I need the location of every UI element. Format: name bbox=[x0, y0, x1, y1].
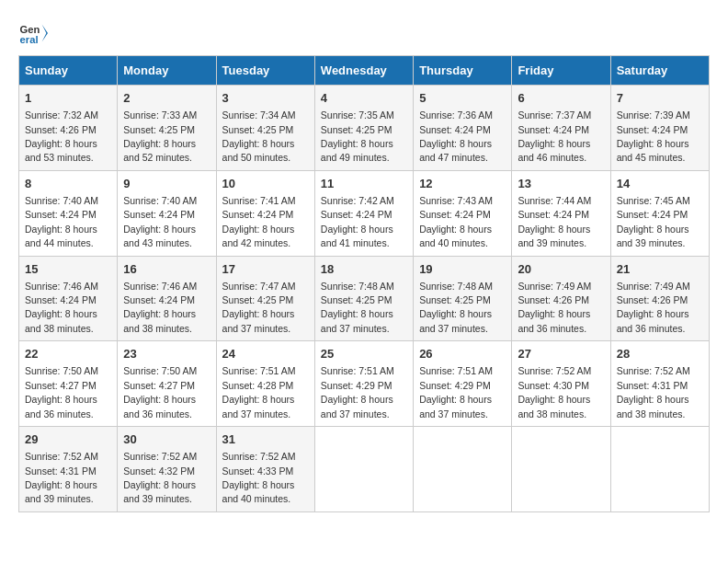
day-cell-21: 21 Sunrise: 7:49 AMSunset: 4:26 PMDaylig… bbox=[610, 256, 709, 341]
day-number: 11 bbox=[321, 176, 407, 192]
day-number: 16 bbox=[123, 261, 210, 278]
day-info: Sunrise: 7:50 AMSunset: 4:27 PMDaylight:… bbox=[123, 365, 197, 419]
day-info: Sunrise: 7:52 AMSunset: 4:32 PMDaylight:… bbox=[123, 451, 197, 504]
day-info: Sunrise: 7:49 AMSunset: 4:26 PMDaylight:… bbox=[617, 281, 690, 334]
col-header-friday: Friday bbox=[512, 56, 610, 86]
day-cell-6: 6 Sunrise: 7:37 AMSunset: 4:24 PMDayligh… bbox=[512, 86, 610, 171]
day-number: 21 bbox=[617, 261, 703, 278]
day-info: Sunrise: 7:49 AMSunset: 4:26 PMDaylight:… bbox=[518, 281, 591, 334]
day-number: 20 bbox=[518, 261, 604, 278]
day-number: 1 bbox=[25, 90, 111, 107]
empty-cell bbox=[314, 427, 413, 512]
day-cell-26: 26 Sunrise: 7:51 AMSunset: 4:29 PMDaylig… bbox=[414, 341, 512, 427]
col-header-sunday: Sunday bbox=[19, 56, 118, 86]
week-row-5: 29 Sunrise: 7:52 AMSunset: 4:31 PMDaylig… bbox=[19, 427, 710, 512]
day-cell-4: 4 Sunrise: 7:35 AMSunset: 4:25 PMDayligh… bbox=[314, 86, 413, 171]
day-cell-19: 19 Sunrise: 7:48 AMSunset: 4:25 PMDaylig… bbox=[414, 256, 512, 341]
day-cell-28: 28 Sunrise: 7:52 AMSunset: 4:31 PMDaylig… bbox=[610, 341, 709, 427]
day-number: 9 bbox=[123, 176, 210, 192]
empty-cell bbox=[610, 427, 709, 512]
day-number: 19 bbox=[419, 261, 506, 278]
day-number: 25 bbox=[321, 346, 407, 362]
day-number: 12 bbox=[419, 176, 506, 192]
day-number: 27 bbox=[518, 346, 604, 362]
day-number: 4 bbox=[321, 90, 407, 107]
day-cell-1: 1 Sunrise: 7:32 AMSunset: 4:26 PMDayligh… bbox=[19, 86, 118, 171]
svg-text:eral: eral bbox=[20, 34, 39, 45]
day-number: 15 bbox=[25, 261, 111, 278]
day-cell-14: 14 Sunrise: 7:45 AMSunset: 4:24 PMDaylig… bbox=[610, 170, 709, 256]
day-number: 10 bbox=[222, 176, 309, 192]
day-number: 2 bbox=[123, 90, 210, 107]
day-cell-22: 22 Sunrise: 7:50 AMSunset: 4:27 PMDaylig… bbox=[19, 341, 118, 427]
col-header-wednesday: Wednesday bbox=[314, 56, 413, 86]
svg-text:Gen: Gen bbox=[20, 24, 40, 35]
day-info: Sunrise: 7:32 AMSunset: 4:26 PMDaylight:… bbox=[25, 109, 98, 163]
day-cell-11: 11 Sunrise: 7:42 AMSunset: 4:24 PMDaylig… bbox=[314, 170, 413, 256]
header-row: SundayMondayTuesdayWednesdayThursdayFrid… bbox=[19, 56, 710, 86]
day-cell-30: 30 Sunrise: 7:52 AMSunset: 4:32 PMDaylig… bbox=[118, 427, 216, 512]
svg-marker-2 bbox=[42, 24, 48, 41]
day-cell-9: 9 Sunrise: 7:40 AMSunset: 4:24 PMDayligh… bbox=[118, 170, 216, 256]
calendar-table: SundayMondayTuesdayWednesdayThursdayFrid… bbox=[18, 55, 710, 512]
day-number: 30 bbox=[123, 431, 210, 448]
day-cell-3: 3 Sunrise: 7:34 AMSunset: 4:25 PMDayligh… bbox=[216, 86, 314, 171]
logo: Gen eral bbox=[18, 18, 53, 48]
day-number: 14 bbox=[617, 176, 703, 192]
day-number: 23 bbox=[123, 346, 210, 362]
week-row-2: 8 Sunrise: 7:40 AMSunset: 4:24 PMDayligh… bbox=[19, 170, 710, 256]
col-header-monday: Monday bbox=[118, 56, 216, 86]
week-row-4: 22 Sunrise: 7:50 AMSunset: 4:27 PMDaylig… bbox=[19, 341, 710, 427]
day-info: Sunrise: 7:51 AMSunset: 4:29 PMDaylight:… bbox=[419, 365, 493, 419]
day-info: Sunrise: 7:51 AMSunset: 4:29 PMDaylight:… bbox=[321, 365, 394, 419]
day-number: 8 bbox=[25, 176, 111, 192]
col-header-tuesday: Tuesday bbox=[216, 56, 314, 86]
day-info: Sunrise: 7:35 AMSunset: 4:25 PMDaylight:… bbox=[321, 109, 394, 163]
day-info: Sunrise: 7:42 AMSunset: 4:24 PMDaylight:… bbox=[321, 195, 394, 248]
day-cell-10: 10 Sunrise: 7:41 AMSunset: 4:24 PMDaylig… bbox=[216, 170, 314, 256]
day-number: 28 bbox=[617, 346, 703, 362]
day-number: 5 bbox=[419, 90, 506, 107]
day-info: Sunrise: 7:39 AMSunset: 4:24 PMDaylight:… bbox=[617, 109, 690, 163]
day-cell-12: 12 Sunrise: 7:43 AMSunset: 4:24 PMDaylig… bbox=[414, 170, 512, 256]
empty-cell bbox=[512, 427, 610, 512]
day-cell-18: 18 Sunrise: 7:48 AMSunset: 4:25 PMDaylig… bbox=[314, 256, 413, 341]
day-info: Sunrise: 7:52 AMSunset: 4:31 PMDaylight:… bbox=[25, 451, 98, 504]
day-number: 13 bbox=[518, 176, 604, 192]
day-info: Sunrise: 7:44 AMSunset: 4:24 PMDaylight:… bbox=[518, 195, 591, 248]
day-info: Sunrise: 7:40 AMSunset: 4:24 PMDaylight:… bbox=[123, 195, 197, 248]
day-cell-5: 5 Sunrise: 7:36 AMSunset: 4:24 PMDayligh… bbox=[414, 86, 512, 171]
day-number: 24 bbox=[222, 346, 309, 362]
day-info: Sunrise: 7:34 AMSunset: 4:25 PMDaylight:… bbox=[222, 109, 296, 163]
day-cell-16: 16 Sunrise: 7:46 AMSunset: 4:24 PMDaylig… bbox=[118, 256, 216, 341]
day-info: Sunrise: 7:46 AMSunset: 4:24 PMDaylight:… bbox=[25, 281, 98, 334]
day-cell-15: 15 Sunrise: 7:46 AMSunset: 4:24 PMDaylig… bbox=[19, 256, 118, 341]
day-number: 7 bbox=[617, 90, 703, 107]
day-info: Sunrise: 7:45 AMSunset: 4:24 PMDaylight:… bbox=[617, 195, 690, 248]
day-info: Sunrise: 7:48 AMSunset: 4:25 PMDaylight:… bbox=[321, 281, 394, 334]
day-number: 29 bbox=[25, 431, 111, 448]
day-number: 26 bbox=[419, 346, 506, 362]
day-info: Sunrise: 7:43 AMSunset: 4:24 PMDaylight:… bbox=[419, 195, 493, 248]
day-info: Sunrise: 7:40 AMSunset: 4:24 PMDaylight:… bbox=[25, 195, 98, 248]
day-info: Sunrise: 7:52 AMSunset: 4:33 PMDaylight:… bbox=[222, 451, 296, 504]
day-info: Sunrise: 7:52 AMSunset: 4:30 PMDaylight:… bbox=[518, 365, 591, 419]
day-info: Sunrise: 7:37 AMSunset: 4:24 PMDaylight:… bbox=[518, 109, 591, 163]
day-cell-29: 29 Sunrise: 7:52 AMSunset: 4:31 PMDaylig… bbox=[19, 427, 118, 512]
day-info: Sunrise: 7:36 AMSunset: 4:24 PMDaylight:… bbox=[419, 109, 493, 163]
col-header-thursday: Thursday bbox=[414, 56, 512, 86]
week-row-3: 15 Sunrise: 7:46 AMSunset: 4:24 PMDaylig… bbox=[19, 256, 710, 341]
day-number: 22 bbox=[25, 346, 111, 362]
col-header-saturday: Saturday bbox=[610, 56, 709, 86]
day-info: Sunrise: 7:52 AMSunset: 4:31 PMDaylight:… bbox=[617, 365, 690, 419]
day-cell-8: 8 Sunrise: 7:40 AMSunset: 4:24 PMDayligh… bbox=[19, 170, 118, 256]
day-info: Sunrise: 7:41 AMSunset: 4:24 PMDaylight:… bbox=[222, 195, 296, 248]
day-info: Sunrise: 7:33 AMSunset: 4:25 PMDaylight:… bbox=[123, 109, 197, 163]
day-cell-13: 13 Sunrise: 7:44 AMSunset: 4:24 PMDaylig… bbox=[512, 170, 610, 256]
day-cell-25: 25 Sunrise: 7:51 AMSunset: 4:29 PMDaylig… bbox=[314, 341, 413, 427]
week-row-1: 1 Sunrise: 7:32 AMSunset: 4:26 PMDayligh… bbox=[19, 86, 710, 171]
day-info: Sunrise: 7:51 AMSunset: 4:28 PMDaylight:… bbox=[222, 365, 296, 419]
day-info: Sunrise: 7:48 AMSunset: 4:25 PMDaylight:… bbox=[419, 281, 493, 334]
day-number: 6 bbox=[518, 90, 604, 107]
logo-icon: Gen eral bbox=[18, 18, 48, 48]
